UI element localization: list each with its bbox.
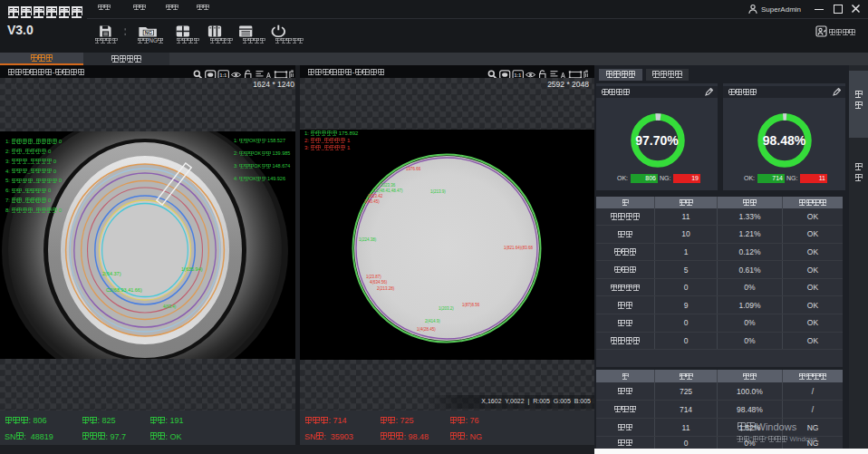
svg-text:NG: NG <box>145 30 152 34</box>
svg-text:1:1: 1:1 <box>220 72 227 78</box>
svg-text:1:1: 1:1 <box>515 72 522 78</box>
